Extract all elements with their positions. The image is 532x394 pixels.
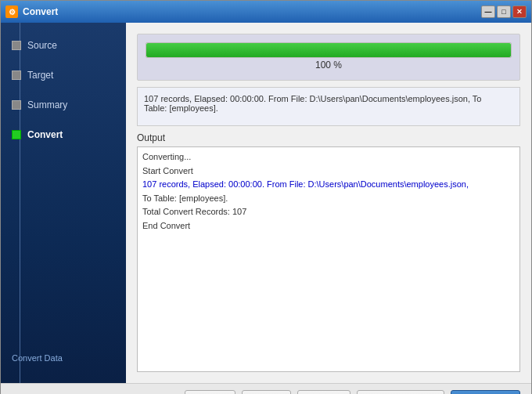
stop-button[interactable]: Stop [242, 390, 291, 394]
main-window: ⚙ Convert — □ ✕ Source Target Summary [0, 0, 532, 394]
save-session-button[interactable]: Save Session [357, 390, 444, 394]
sidebar-item-source[interactable]: Source [1, 31, 126, 60]
minimize-button[interactable]: — [481, 5, 495, 18]
progress-label: 100 % [146, 60, 512, 70]
sidebar-item-convert[interactable]: Convert [1, 120, 126, 150]
maximize-button[interactable]: □ [497, 5, 511, 18]
sidebar-item-target[interactable]: Target [1, 60, 126, 90]
output-section: Output Converting...Start Convert107 rec… [137, 132, 520, 372]
back-button[interactable]: Back [185, 390, 235, 394]
titlebar: ⚙ Convert — □ ✕ [1, 1, 531, 23]
progress-section: 100 % [137, 34, 520, 81]
output-label: Output [137, 132, 520, 143]
sidebar-target-label: Target [27, 70, 53, 81]
buy-now-button[interactable]: Buy Now [451, 390, 520, 394]
window-title: Convert [23, 6, 476, 17]
status-line2: Table: [employees]. [144, 103, 218, 113]
right-panel: 100 % 107 records, Elapsed: 00:00:00. Fr… [126, 23, 531, 383]
progress-bar-fill [146, 43, 511, 57]
sidebar-convert-label: Convert [27, 129, 63, 140]
progress-bar-container [146, 42, 512, 58]
window-controls: — □ ✕ [481, 5, 527, 18]
main-content: Source Target Summary Convert Convert Da… [1, 23, 531, 383]
status-section: 107 records, Elapsed: 00:00:00. From Fil… [137, 87, 520, 126]
app-icon: ⚙ [5, 5, 18, 18]
target-indicator [12, 70, 21, 80]
sidebar-source-label: Source [27, 40, 57, 51]
close-window-button[interactable]: ✕ [512, 5, 527, 18]
sidebar-item-summary[interactable]: Summary [1, 90, 126, 120]
sidebar: Source Target Summary Convert Convert Da… [1, 23, 126, 383]
source-indicator [12, 41, 21, 50]
sidebar-summary-label: Summary [27, 99, 67, 110]
footer: BackStopCloseSave SessionBuy Now [1, 383, 531, 394]
summary-indicator [12, 100, 21, 110]
convert-indicator [12, 130, 21, 139]
output-box[interactable]: Converting...Start Convert107 records, E… [137, 146, 520, 372]
status-line1: 107 records, Elapsed: 00:00:00. From Fil… [144, 94, 481, 103]
close-button[interactable]: Close [297, 390, 351, 394]
